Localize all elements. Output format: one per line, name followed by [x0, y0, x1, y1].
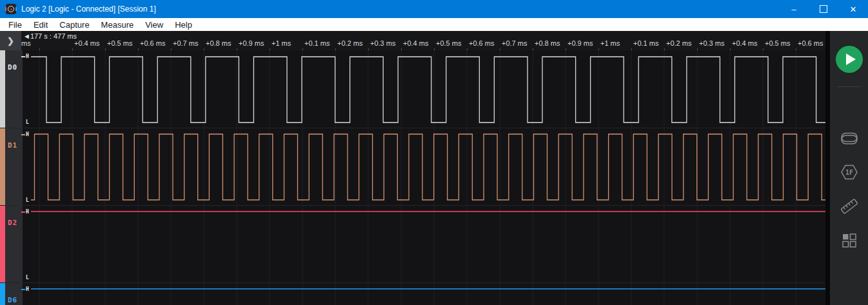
channel-color-strip	[0, 206, 5, 282]
icon-dot	[10, 8, 12, 10]
measurements-button[interactable]	[839, 196, 860, 219]
close-button[interactable]: ✕	[838, 0, 868, 18]
tick-label: +0.1 ms	[633, 39, 658, 47]
waveform-trace-d0	[31, 57, 825, 123]
menu-file[interactable]: File	[3, 18, 28, 31]
device-icon	[839, 128, 860, 149]
tick-label: +0.4 ms	[74, 39, 99, 47]
icon-pin-right	[15, 7, 17, 11]
channel-name: D6	[8, 296, 17, 304]
maximize-button[interactable]	[809, 0, 838, 18]
tick-label: +0.8 ms	[535, 39, 560, 47]
channel-color-strip	[0, 50, 5, 128]
menu-measure[interactable]: Measure	[95, 18, 140, 31]
tick-label: +1 ms	[271, 39, 291, 47]
chevron-right-icon: ❯	[7, 36, 14, 46]
waveform-canvas[interactable]	[23, 50, 825, 305]
tick-label: +0.5 ms	[107, 39, 132, 47]
menu-help[interactable]: Help	[169, 18, 198, 31]
tick-label: +0.4 ms	[403, 39, 428, 47]
analyzer-1f-icon: 1F	[839, 162, 860, 182]
tick-label: +0.3 ms	[699, 39, 724, 47]
channel-color-strip	[0, 128, 5, 205]
tick-label: +0.9 ms	[567, 39, 593, 47]
tick-label: +0.2 ms	[337, 39, 362, 47]
play-icon	[835, 45, 863, 74]
tick-label: +0.2 ms	[666, 39, 691, 47]
channel-label-area[interactable]: D6	[5, 283, 23, 305]
waveform-trace-d1	[31, 134, 825, 200]
tick-label: +0.5 ms	[765, 39, 790, 47]
tick-label: +0.6 ms	[798, 39, 823, 47]
menubar: File Edit Capture Measure View Help	[0, 18, 868, 31]
minimize-icon: –	[791, 5, 796, 14]
extensions-button[interactable]	[839, 230, 860, 253]
menu-view[interactable]: View	[139, 18, 169, 31]
tick-label: +0.6 ms	[140, 39, 165, 47]
channel-name: D0	[8, 63, 17, 72]
svg-text:1F: 1F	[845, 169, 853, 176]
close-icon: ✕	[850, 5, 857, 14]
protocol-analyzers-button[interactable]: 1F	[839, 162, 860, 184]
icon-pin-left	[5, 7, 6, 11]
minimize-button[interactable]: –	[779, 0, 809, 18]
tick-label: +0.8 ms	[206, 39, 231, 47]
channel-label-area[interactable]: D0	[5, 50, 23, 128]
channel-label-area[interactable]: D2	[5, 206, 23, 282]
tick-label: +0.7 ms	[502, 39, 527, 47]
channel-label-area[interactable]: D1	[5, 128, 23, 205]
maximize-icon	[820, 5, 827, 13]
tick-label: +0.7 ms	[173, 39, 198, 47]
tick-label: +0.3 ms	[370, 39, 395, 47]
channel-color-strip	[0, 283, 5, 305]
channel-name: D2	[8, 219, 17, 227]
tick-label: +0.5 ms	[436, 39, 461, 47]
window-title: Logic 2 [Logic - Connected] [Session 1]	[21, 5, 156, 14]
expand-sidebar-button[interactable]: ❯	[0, 31, 21, 50]
menu-capture[interactable]: Capture	[54, 18, 95, 31]
scrollbar-track[interactable]	[825, 31, 830, 305]
tick-label: +0.1 ms	[304, 39, 330, 47]
toolbar-divider	[837, 86, 861, 87]
tick-label: +0.4 ms	[732, 39, 757, 47]
start-capture-button[interactable]	[835, 45, 863, 75]
tick-label: +0.9 ms	[239, 39, 264, 47]
right-toolbar: 1F	[830, 31, 868, 305]
device-settings-button[interactable]	[839, 128, 860, 151]
app-logo-icon[interactable]	[6, 4, 16, 14]
titlebar: Logic 2 [Logic - Connected] [Session 1] …	[0, 0, 868, 18]
menu-edit[interactable]: Edit	[28, 18, 54, 31]
window-controls: – ✕	[779, 0, 868, 18]
timeline-cursor-readout: ◄177 s : 477 ms	[23, 32, 77, 40]
tick-label: +1 ms	[600, 39, 620, 47]
channel-name: D1	[8, 141, 17, 150]
extensions-grid-icon	[839, 230, 860, 251]
tick-label: +0.6 ms	[469, 39, 494, 47]
tick-label: ms	[21, 39, 31, 47]
timeline-ruler[interactable]: ❯ ◄177 s : 477 ms ms+0.4 ms+0.5 ms+0.6 m…	[0, 31, 830, 50]
ruler-icon	[839, 196, 860, 217]
